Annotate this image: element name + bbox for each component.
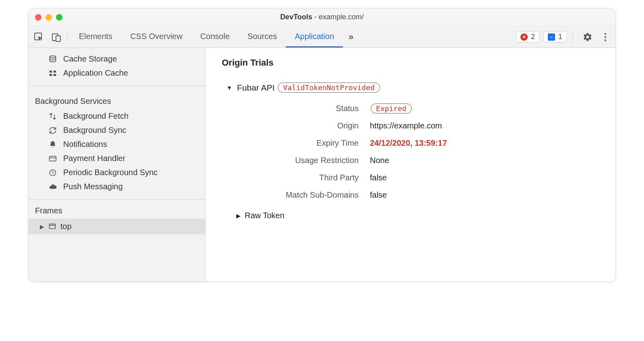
frame-name: top xyxy=(60,222,72,231)
divider xyxy=(572,31,573,43)
sidebar-label: Background Fetch xyxy=(63,112,128,121)
sidebar-item-periodic-background-sync[interactable]: Periodic Background Sync xyxy=(29,165,205,180)
svg-point-4 xyxy=(605,36,606,37)
sidebar-label: Push Messaging xyxy=(63,182,123,191)
messages-count: 1 xyxy=(558,33,562,41)
tab-console[interactable]: Console xyxy=(191,26,238,48)
frames-tree-top[interactable]: ▶ top xyxy=(29,219,205,234)
traffic-lights xyxy=(35,14,62,21)
sidebar-heading-background-services: Background Services xyxy=(29,90,205,109)
sidebar-item-background-sync[interactable]: Background Sync xyxy=(29,123,205,137)
minimize-window-button[interactable] xyxy=(45,14,52,21)
sidebar-heading-frames: Frames xyxy=(29,200,205,219)
window-title-app: DevTools xyxy=(280,13,312,21)
sidebar-label: Periodic Background Sync xyxy=(63,168,158,177)
value-third-party: false xyxy=(370,173,599,182)
database-icon xyxy=(48,55,58,63)
label-usage-restriction: Usage Restriction xyxy=(238,156,359,165)
device-toolbar-icon[interactable] xyxy=(51,32,62,42)
svg-rect-9 xyxy=(50,74,52,76)
sidebar-label: Background Sync xyxy=(63,126,126,135)
label-match-subdomains: Match Sub-Domains xyxy=(238,190,359,200)
more-tabs-button[interactable]: » xyxy=(343,32,359,42)
errors-count: 2 xyxy=(531,33,535,41)
toolbar: Elements CSS Overview Console Sources Ap… xyxy=(29,26,615,48)
raw-token-row[interactable]: ▶ Raw Token xyxy=(222,211,599,220)
disclosure-triangle-icon[interactable]: ▶ xyxy=(236,213,241,219)
svg-rect-8 xyxy=(54,70,56,72)
sidebar-item-payment-handler[interactable]: Payment Handler xyxy=(29,151,205,165)
window-title-location: example.com/ xyxy=(319,13,364,21)
tab-application[interactable]: Application xyxy=(286,26,343,48)
label-status: Status xyxy=(238,104,359,113)
sidebar-item-cache-storage[interactable]: Cache Storage xyxy=(29,52,205,66)
svg-rect-2 xyxy=(56,36,60,41)
maximize-window-button[interactable] xyxy=(56,14,62,21)
panel-heading: Origin Trials xyxy=(222,58,599,68)
sidebar-label: Notifications xyxy=(63,140,107,149)
kebab-menu-icon[interactable] xyxy=(600,32,611,42)
svg-rect-10 xyxy=(54,74,56,76)
origin-trial-name: Fubar API xyxy=(237,83,275,93)
label-expiry: Expiry Time xyxy=(238,138,359,148)
close-window-button[interactable] xyxy=(35,14,41,21)
value-usage-restriction: None xyxy=(370,156,599,165)
bell-icon xyxy=(48,141,58,149)
svg-rect-11 xyxy=(50,156,56,161)
frame-icon xyxy=(48,223,56,231)
sidebar-item-application-cache[interactable]: Application Cache xyxy=(29,66,205,80)
titlebar: DevTools - example.com/ xyxy=(29,8,615,26)
value-origin: https://example.com xyxy=(370,121,599,130)
tab-elements[interactable]: Elements xyxy=(70,26,121,48)
label-third-party: Third Party xyxy=(238,173,359,182)
tab-sources[interactable]: Sources xyxy=(239,26,286,48)
disclosure-triangle-icon[interactable]: ▶ xyxy=(40,223,44,230)
application-sidebar: Cache Storage Application Cache Backgrou… xyxy=(29,48,206,281)
errors-counter[interactable]: ✕ 2 xyxy=(516,31,539,42)
svg-rect-7 xyxy=(50,70,52,72)
sync-icon xyxy=(48,126,58,134)
origin-trial-details: Status Expired Origin https://example.co… xyxy=(222,104,599,200)
svg-point-6 xyxy=(50,56,56,58)
sidebar-item-push-messaging[interactable]: Push Messaging xyxy=(29,180,205,194)
svg-point-5 xyxy=(605,39,606,41)
value-status: Expired xyxy=(370,104,599,113)
sidebar-item-background-fetch[interactable]: Background Fetch xyxy=(29,109,205,123)
tab-css-overview[interactable]: CSS Overview xyxy=(121,26,191,48)
sidebar-label: Cache Storage xyxy=(63,54,117,64)
svg-point-3 xyxy=(605,33,606,34)
sidebar-item-notifications[interactable]: Notifications xyxy=(29,137,205,151)
origin-trial-row[interactable]: ▼ Fubar API ValidTokenNotProvided xyxy=(222,83,599,93)
sidebar-label: Payment Handler xyxy=(63,154,126,163)
origin-trials-panel: Origin Trials ▼ Fubar API ValidTokenNotP… xyxy=(206,48,615,281)
svg-rect-14 xyxy=(50,224,56,229)
error-icon: ✕ xyxy=(520,33,528,41)
messages-counter[interactable]: – 1 xyxy=(543,31,567,42)
panel-tabs: Elements CSS Overview Console Sources Ap… xyxy=(70,26,343,48)
value-expiry: 24/12/2020, 13:59:17 xyxy=(370,138,599,148)
token-status-badge: ValidTokenNotProvided xyxy=(278,83,380,93)
disclosure-triangle-icon[interactable]: ▼ xyxy=(227,85,232,91)
label-origin: Origin xyxy=(238,121,359,130)
message-icon: – xyxy=(548,33,555,41)
raw-token-label: Raw Token xyxy=(245,211,285,220)
window-title: DevTools - example.com/ xyxy=(29,13,615,21)
value-match-subdomains: false xyxy=(370,190,599,200)
cloud-icon xyxy=(48,183,58,191)
transfer-icon xyxy=(48,112,58,120)
credit-card-icon xyxy=(48,155,58,163)
devtools-window: DevTools - example.com/ Elements CSS Ove… xyxy=(28,8,616,282)
grid-icon xyxy=(48,69,58,77)
status-badge: Expired xyxy=(371,103,412,114)
inspect-element-icon[interactable] xyxy=(33,32,44,42)
clock-icon xyxy=(48,169,58,177)
settings-icon[interactable] xyxy=(582,32,593,42)
sidebar-label: Application Cache xyxy=(63,68,128,78)
